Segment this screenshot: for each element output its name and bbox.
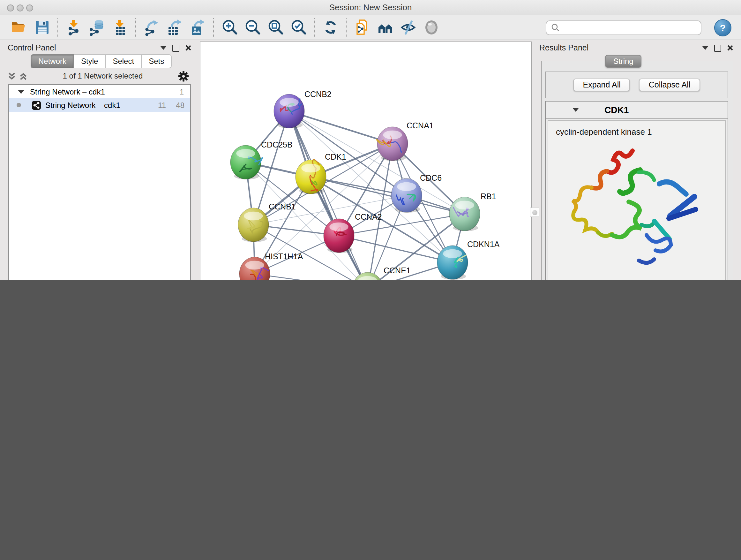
node-label-CDKN1A: CDKN1A [467, 240, 500, 249]
clone-network-icon[interactable] [351, 17, 374, 38]
entry-name: CDK1 [604, 105, 629, 115]
import-network-database-icon[interactable] [85, 17, 109, 38]
network-canvas[interactable]: CCNB2CCNA1CDC25BCDK1CDC6RB1CCNB1CCNA2CDK… [200, 42, 531, 280]
search-input[interactable] [560, 22, 690, 33]
panel-menu-icon[interactable] [702, 46, 709, 50]
node-label-RB1: RB1 [481, 192, 496, 201]
hide-selected-icon[interactable] [397, 17, 420, 38]
network-status-dot [17, 103, 21, 107]
export-image-icon[interactable] [186, 17, 209, 38]
collapse-entry-icon[interactable] [572, 108, 579, 112]
toolbar-separator [213, 18, 214, 37]
tab-sets[interactable]: Sets [142, 54, 172, 68]
edge-count: 48 [176, 101, 185, 110]
tab-select[interactable]: Select [106, 54, 142, 68]
network-node-CCNE1[interactable] [352, 272, 383, 280]
control-panel-title: Control Panel [8, 44, 56, 52]
open-session-icon[interactable] [8, 17, 30, 38]
node-label-HIST1H1A: HIST1H1A [265, 252, 303, 261]
result-card-content: cyclin-dependent kinase 1 [548, 120, 726, 280]
export-network-icon[interactable] [140, 17, 163, 38]
main-toolbar: ? [0, 15, 741, 40]
zoom-selected-icon[interactable] [287, 17, 310, 38]
refresh-icon[interactable] [319, 17, 342, 38]
network-edge[interactable] [255, 274, 367, 280]
search-icon [551, 23, 560, 32]
result-card-header[interactable]: CDK1 [546, 102, 728, 119]
expand-all-tree-icon[interactable] [8, 72, 16, 80]
tab-network[interactable]: Network [30, 54, 74, 68]
export-table-icon[interactable] [163, 17, 186, 38]
node-label-CDC25B: CDC25B [261, 140, 293, 149]
node-label-CDC6: CDC6 [420, 173, 442, 182]
first-neighbors-icon[interactable] [374, 17, 397, 38]
network-view: CCNB2CCNA1CDC25BCDK1CDC6RB1CCNB1CCNA2CDK… [200, 42, 532, 280]
node-label-CCNE1: CCNE1 [384, 266, 411, 275]
network-tree: String Network – cdk1 1 String Network –… [8, 84, 191, 280]
collapse-all-tree-icon[interactable] [19, 72, 27, 80]
import-network-file-icon[interactable] [63, 17, 85, 38]
network-node-CCNB1[interactable] [238, 208, 269, 242]
right-splitter-handle[interactable] [530, 207, 539, 217]
entry-description: cyclin-dependent kinase 1 [548, 121, 725, 137]
toolbar-separator [314, 18, 315, 37]
expand-all-button[interactable]: Expand All [574, 78, 630, 91]
network-node-CCNB2[interactable] [274, 94, 305, 128]
zoom-fit-icon[interactable] [264, 17, 287, 38]
gear-icon[interactable] [178, 71, 189, 81]
zoom-out-icon[interactable] [241, 17, 264, 38]
collapse-collection-icon[interactable] [18, 90, 24, 94]
node-label-CCNB1: CCNB1 [269, 202, 296, 211]
close-panel-icon[interactable] [727, 45, 733, 51]
tab-string[interactable]: String [605, 55, 642, 68]
collapse-all-button[interactable]: Collapse All [639, 78, 700, 91]
network-row-selected[interactable]: String Network – cdk1 11 48 [9, 98, 190, 112]
window-title: Session: New Session [0, 3, 741, 12]
node-label-CCNA1: CCNA1 [407, 121, 434, 130]
import-table-file-icon[interactable] [109, 17, 131, 38]
help-icon[interactable]: ? [714, 19, 731, 36]
result-card-cdk1: CDK1 cyclin-dependent kinase 1 [545, 101, 728, 280]
network-node-CDKN1A[interactable] [437, 246, 468, 280]
node-label-CCNA2: CCNA2 [355, 212, 382, 221]
control-panel-tabs: NetworkStyleSelectSets [30, 54, 172, 68]
network-node-CCNA1[interactable] [376, 127, 408, 161]
network-node-CDC6[interactable] [391, 179, 422, 212]
node-count: 11 [158, 101, 166, 110]
node-label-CCNB2: CCNB2 [305, 90, 332, 99]
panel-menu-icon[interactable] [160, 46, 166, 50]
tab-style[interactable]: Style [74, 54, 106, 68]
float-panel-icon[interactable] [172, 44, 179, 51]
collection-label: String Network – cdk1 [30, 87, 105, 96]
network-node-RB1[interactable] [449, 197, 480, 231]
zoom-in-icon[interactable] [218, 17, 241, 38]
application-window: Session: New Session ? Control Pa [0, 0, 741, 280]
network-node-CCNA2[interactable] [324, 219, 354, 253]
save-session-icon[interactable] [30, 17, 54, 38]
toolbar-separator [57, 18, 59, 37]
string-network-icon [32, 101, 41, 110]
float-panel-icon[interactable] [714, 44, 721, 51]
title-bar: Session: New Session [0, 0, 741, 15]
toolbar-separator [346, 18, 347, 37]
results-panel-title: Results Panel [539, 44, 589, 52]
toolbar-separator [135, 18, 137, 37]
results-panel-body: Expand All Collapse All CDK1 cyclin-depe… [541, 61, 733, 280]
network-edge[interactable] [339, 236, 453, 262]
network-collection-row[interactable]: String Network – cdk1 1 [9, 85, 190, 98]
collection-count: 1 [180, 87, 184, 96]
network-label: String Network – cdk1 [45, 101, 120, 110]
close-panel-icon[interactable] [185, 45, 192, 51]
network-selection-status: 1 of 1 Network selected [27, 71, 178, 80]
network-node-CDK1[interactable] [295, 160, 326, 194]
show-details-icon[interactable] [420, 17, 443, 38]
search-box [546, 20, 701, 35]
node-label-CDK1: CDK1 [325, 152, 346, 161]
network-edge[interactable] [289, 111, 393, 144]
protein-structure-image [563, 139, 710, 274]
